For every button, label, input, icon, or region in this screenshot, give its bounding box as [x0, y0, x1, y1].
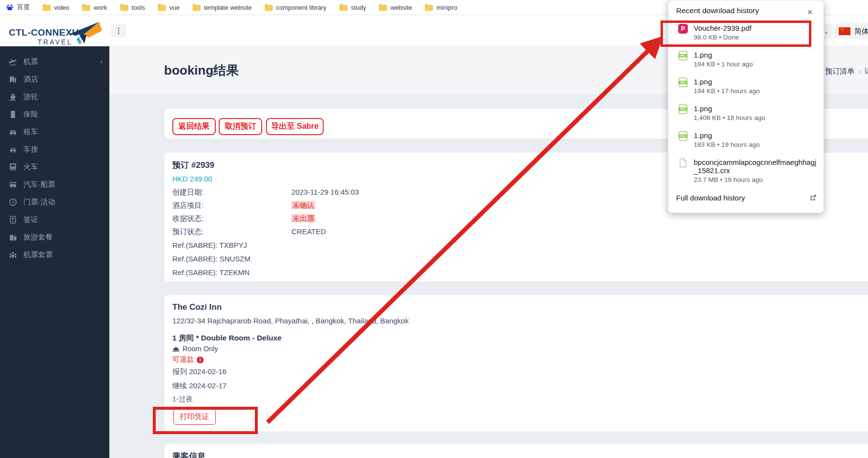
- sidebar-item-label: 保险: [23, 110, 38, 119]
- svg-text:PNG: PNG: [680, 54, 685, 57]
- board-label: Room Only: [183, 345, 218, 353]
- back-to-results-button[interactable]: 返回结果: [172, 118, 216, 135]
- bookmark-label: minipro: [436, 4, 457, 11]
- download-file-name: 1.png: [694, 78, 817, 86]
- refundable-label: 可退款: [172, 355, 194, 364]
- luggage-icon: [9, 233, 17, 241]
- pdf-file-icon: P: [678, 24, 688, 34]
- download-file-meta: 98.0 KB • Done: [694, 34, 739, 41]
- png-file-icon: PNG: [678, 78, 688, 87]
- paper-plane-icon: [65, 20, 105, 45]
- sidebar-item-label: 游轮: [23, 92, 38, 101]
- sidebar-item-car-transfer[interactable]: 车接: [0, 140, 109, 158]
- sidebar-item-label: 机票套票: [23, 250, 53, 259]
- sidebar-item-travel-packages[interactable]: 旅游套餐: [0, 228, 109, 246]
- folder-icon: [82, 4, 90, 11]
- baidu-paw-icon: [6, 3, 14, 11]
- sidebar-item-label: 机票: [23, 57, 38, 66]
- sidebar-item-visa[interactable]: 签证: [0, 211, 109, 228]
- download-file-name: Voucher-2939.pdf: [694, 24, 817, 32]
- sidebar-item-label: 汽车·船票: [23, 180, 55, 189]
- bus-icon: [9, 180, 17, 189]
- folder-icon: [158, 4, 166, 11]
- sidebar-item-label: 门票·活动: [23, 198, 55, 207]
- more-menu-button[interactable]: ⋮: [111, 24, 126, 37]
- png-file-icon: PNG: [678, 51, 688, 60]
- close-popup-button[interactable]: ×: [803, 5, 817, 19]
- train-icon: [9, 163, 17, 171]
- bookmark-label: 百度: [17, 3, 30, 12]
- hotel-details-card: The Cozi Inn 122/32-34 Rajchaprarob Road…: [165, 295, 868, 431]
- language-selector-button[interactable]: 简体: [834, 23, 868, 39]
- booking-number: 预订 #2939: [172, 159, 214, 171]
- breadcrumb-current: 详: [865, 67, 868, 76]
- sidebar-item-insurance[interactable]: 保险: [0, 105, 109, 123]
- download-popup-title: Recent download history: [676, 6, 759, 15]
- sidebar-item-label: 车接: [23, 145, 38, 154]
- status-badge: 未确认: [291, 201, 315, 209]
- collapse-chevron-icon[interactable]: ‹: [100, 58, 103, 65]
- sabre-ref: Ref.(SABRE): TXBPYJ: [172, 241, 247, 249]
- sidebar-item-tickets-activities[interactable]: 门票·活动: [0, 193, 109, 211]
- svg-text:PNG: PNG: [680, 108, 685, 111]
- bookmark-baidu[interactable]: 百度: [6, 3, 30, 12]
- bookmark-label: video: [54, 4, 69, 11]
- sidebar-item-label: 旅游套餐: [23, 233, 53, 242]
- sidebar-item-cruises[interactable]: 游轮: [0, 88, 109, 105]
- bookmark-study[interactable]: study: [339, 4, 366, 11]
- hotel-address: 122/32-34 Rajchaprarob Road, Phayathai, …: [172, 317, 409, 325]
- bookmark-component-library[interactable]: component library: [265, 4, 327, 11]
- sidebar-item-flight-packages[interactable]: 机票套票: [0, 246, 109, 263]
- bookmark-label: website: [391, 4, 412, 11]
- nights-count: 1-过夜: [172, 395, 193, 404]
- sidebar-item-label: 租车: [23, 127, 38, 137]
- full-history-label: Full download history: [676, 194, 745, 202]
- breadcrumb: 预订清单 › 详: [825, 67, 868, 76]
- passport-icon: [9, 216, 17, 224]
- bookmark-label: component library: [276, 4, 327, 11]
- bookmark-minipro[interactable]: minipro: [425, 4, 457, 11]
- sidebar-item-car-rental[interactable]: 租车: [0, 123, 109, 140]
- bookmark-video[interactable]: video: [42, 4, 69, 11]
- download-file-meta: 1,406 KB • 18 hours ago: [694, 114, 765, 121]
- folder-icon: [425, 4, 433, 11]
- download-file-meta: 23.7 MB • 19 hours ago: [694, 176, 763, 183]
- row-label: 创建日期:: [172, 188, 204, 197]
- refundable-flag: 可退款 i: [172, 355, 204, 364]
- full-download-history-link[interactable]: Full download history: [676, 194, 817, 202]
- pdf-badge: P: [681, 25, 685, 32]
- sidebar-item-flights[interactable]: 机票 ‹: [0, 53, 109, 70]
- print-voucher-button[interactable]: 打印凭证: [173, 409, 216, 425]
- cancel-booking-button[interactable]: 取消预订: [219, 118, 262, 135]
- download-file-meta: 183 KB • 19 hours ago: [694, 141, 760, 148]
- bookmark-vue[interactable]: vue: [158, 4, 180, 11]
- bookmark-label: study: [351, 4, 366, 11]
- breadcrumb-parent[interactable]: 预订清单: [825, 67, 854, 76]
- checkout-date: 继续 2024-02-17: [172, 381, 227, 391]
- sidebar-item-hotels[interactable]: 酒店: [0, 70, 109, 88]
- receipt-status: 未出票: [291, 214, 315, 223]
- sidebar-item-bus-boat-tickets[interactable]: 汽车·船票: [0, 176, 109, 193]
- sidebar-item-label: 酒店: [23, 75, 38, 84]
- folder-icon: [192, 4, 201, 11]
- bookmark-work[interactable]: work: [82, 4, 107, 11]
- export-to-sabre-button[interactable]: 导出至 Sabre: [266, 118, 324, 135]
- logo: CTL-CONNEXUS TRAVEL: [9, 20, 106, 43]
- png-file-icon: PNG: [678, 131, 688, 141]
- bookmark-tools[interactable]: tools: [120, 4, 145, 11]
- folder-icon: [265, 4, 273, 11]
- clock-ticket-icon: [9, 198, 17, 206]
- folder-icon: [120, 4, 128, 11]
- sidebar-item-label: 签证: [23, 215, 38, 224]
- group-tickets-icon: [9, 251, 17, 259]
- bookmark-website[interactable]: website: [379, 4, 412, 11]
- bookmark-label: vue: [169, 4, 180, 11]
- info-icon[interactable]: i: [197, 357, 204, 363]
- close-icon: ×: [807, 7, 812, 18]
- passengers-title: 乘客信息: [172, 451, 206, 458]
- more-icon: ⋮: [115, 26, 123, 35]
- bookmark-template-website[interactable]: template website: [192, 4, 252, 11]
- bookmark-label: template website: [204, 4, 252, 11]
- sidebar-item-trains[interactable]: 火车: [0, 158, 109, 176]
- sabre-ref: Ref.(SABRE): TZEKMN: [172, 268, 249, 277]
